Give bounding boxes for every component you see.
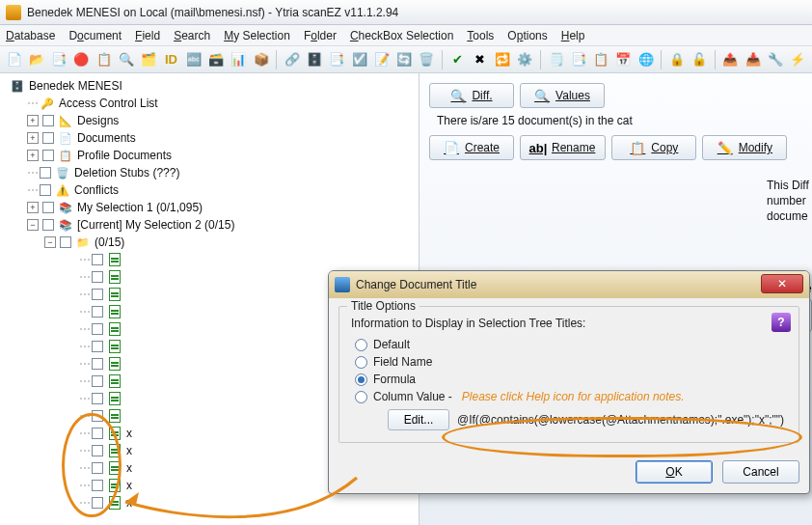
- radio-icon[interactable]: [355, 373, 367, 386]
- checkbox[interactable]: [42, 219, 54, 231]
- tb-icon[interactable]: 📂: [26, 49, 46, 70]
- tree-node-acl[interactable]: ⋯ 🔑 Access Control List: [4, 95, 415, 112]
- tb-icon[interactable]: 🔴: [71, 49, 92, 70]
- tb-icon[interactable]: 📄: [4, 49, 24, 70]
- radio-column[interactable]: Column Value - Please click Help icon fo…: [355, 390, 789, 403]
- checkbox[interactable]: [42, 132, 54, 144]
- checkbox[interactable]: [40, 184, 51, 196]
- tb-icon[interactable]: 🔒: [666, 49, 687, 70]
- expander-icon[interactable]: +: [27, 150, 39, 161]
- tb-icon[interactable]: 🔍: [116, 49, 136, 70]
- rename-button[interactable]: ab|Rename: [520, 135, 606, 160]
- tb-icon[interactable]: 🌐: [636, 49, 656, 70]
- checkbox[interactable]: [92, 428, 103, 439]
- checkbox[interactable]: [40, 167, 51, 179]
- tb-icon[interactable]: 🗃️: [205, 49, 226, 70]
- tb-icon[interactable]: ID: [161, 49, 181, 70]
- tb-icon[interactable]: ✖: [470, 49, 490, 70]
- dialog-titlebar[interactable]: Change Document Title ✕: [329, 271, 809, 298]
- checkbox[interactable]: [92, 271, 103, 283]
- checkbox[interactable]: [42, 202, 54, 213]
- tb-icon[interactable]: 🗑️: [417, 49, 437, 70]
- radio-icon[interactable]: [355, 339, 367, 351]
- menu-tools[interactable]: Tools: [467, 29, 494, 42]
- diff-button[interactable]: 🔍Diff.: [429, 83, 514, 108]
- modify-button[interactable]: ✏️Modify: [702, 135, 787, 160]
- menu-database[interactable]: Database: [6, 29, 55, 42]
- tb-icon[interactable]: 🔁: [493, 49, 513, 70]
- checkbox[interactable]: [42, 115, 54, 126]
- tb-icon[interactable]: 📥: [743, 49, 763, 70]
- tb-icon[interactable]: ☑️: [349, 49, 369, 70]
- tree-root[interactable]: 🗄️ Benedek MENESI: [4, 77, 415, 95]
- radio-fieldname[interactable]: Field Name: [355, 355, 789, 369]
- tb-icon[interactable]: 🔧: [765, 49, 785, 70]
- tb-icon[interactable]: 🔓: [690, 49, 710, 70]
- expander-icon[interactable]: −: [27, 219, 39, 231]
- radio-formula[interactable]: Formula: [355, 373, 789, 386]
- tb-icon[interactable]: 📝: [371, 49, 392, 70]
- tree-doc-item[interactable]: ⋯x: [4, 494, 415, 511]
- tb-icon[interactable]: ⚡: [788, 49, 808, 70]
- tb-icon[interactable]: 🔤: [183, 49, 203, 70]
- tb-icon[interactable]: 📅: [613, 49, 634, 70]
- tb-icon[interactable]: 📑: [568, 49, 588, 70]
- menu-folder[interactable]: Folder: [304, 29, 337, 42]
- tb-icon[interactable]: ✔: [447, 49, 468, 70]
- menu-options[interactable]: Options: [507, 29, 547, 42]
- tb-icon[interactable]: 📑: [49, 49, 69, 70]
- close-button[interactable]: ✕: [761, 274, 803, 293]
- tb-icon[interactable]: 🔄: [393, 49, 414, 70]
- checkbox[interactable]: [42, 150, 54, 161]
- radio-icon[interactable]: [355, 356, 367, 369]
- tree-node-designs[interactable]: + 📐 Designs: [4, 112, 415, 129]
- checkbox[interactable]: [92, 410, 103, 422]
- menu-document[interactable]: Document: [68, 29, 122, 42]
- checkbox[interactable]: [92, 306, 103, 318]
- radio-icon[interactable]: [355, 391, 367, 403]
- tree-node-profile[interactable]: + 📋 Profile Documents: [4, 147, 415, 164]
- tb-icon[interactable]: 🗒️: [546, 49, 566, 70]
- cancel-button[interactable]: Cancel: [722, 460, 799, 484]
- help-icon[interactable]: ?: [771, 313, 791, 332]
- expander-icon[interactable]: +: [27, 132, 39, 144]
- radio-default[interactable]: Default: [355, 338, 789, 351]
- expander-icon[interactable]: −: [44, 236, 56, 248]
- checkbox[interactable]: [92, 358, 103, 370]
- expander-icon[interactable]: +: [27, 202, 39, 213]
- tb-icon[interactable]: 📋: [591, 49, 611, 70]
- checkbox[interactable]: [92, 393, 103, 404]
- checkbox[interactable]: [92, 341, 103, 352]
- tb-icon[interactable]: 🗄️: [304, 49, 324, 70]
- tree-node-folder[interactable]: − 📁 (0/15): [4, 234, 415, 251]
- tree-node-conflicts[interactable]: ⋯ ⚠️ Conflicts: [4, 181, 415, 199]
- tb-icon[interactable]: 📦: [251, 49, 271, 70]
- edit-button[interactable]: Edit...: [388, 409, 449, 430]
- menu-field[interactable]: Field: [135, 29, 160, 42]
- tb-icon[interactable]: 🔗: [282, 49, 302, 70]
- menu-help[interactable]: Help: [561, 29, 585, 42]
- tb-icon[interactable]: 📤: [720, 49, 741, 70]
- tb-icon[interactable]: 📑: [327, 49, 347, 70]
- checkbox[interactable]: [92, 323, 103, 335]
- tree-node-sel2[interactable]: − 📚 [Current] My Selection 2 (0/15): [4, 216, 415, 234]
- tb-icon[interactable]: ⚙️: [515, 49, 535, 70]
- menu-search[interactable]: Search: [174, 29, 210, 42]
- menu-checkbox[interactable]: CheckBox Selection: [350, 29, 453, 42]
- tb-icon[interactable]: 🗂️: [139, 49, 159, 70]
- tb-icon[interactable]: 📊: [229, 49, 249, 70]
- menu-myselection[interactable]: My Selection: [224, 29, 290, 42]
- tb-icon[interactable]: 📋: [94, 49, 114, 70]
- copy-button[interactable]: 📋Copy: [611, 135, 696, 160]
- checkbox[interactable]: [60, 236, 71, 248]
- tree-node-stubs[interactable]: ⋯ 🗑️ Deletion Stubs (???): [4, 164, 415, 181]
- checkbox[interactable]: [92, 445, 103, 456]
- values-button[interactable]: 🔍Values: [520, 83, 605, 108]
- expander-icon[interactable]: +: [27, 115, 39, 126]
- create-button[interactable]: 📄Create: [429, 135, 514, 160]
- checkbox[interactable]: [92, 289, 103, 300]
- tree-node-sel1[interactable]: + 📚 My Selection 1 (0/1,095): [4, 199, 415, 216]
- checkbox[interactable]: [92, 462, 103, 474]
- checkbox[interactable]: [92, 254, 103, 265]
- tree-doc-item[interactable]: ⋯: [4, 251, 415, 268]
